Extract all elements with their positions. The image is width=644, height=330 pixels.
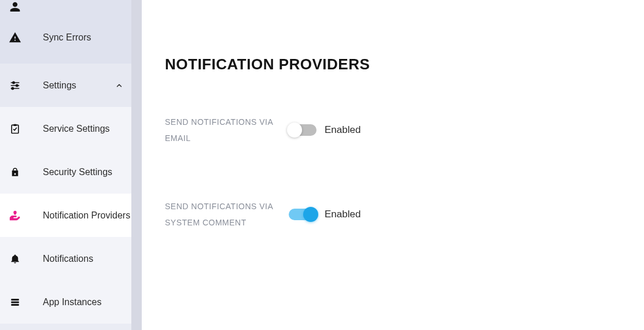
- svg-rect-10: [11, 304, 19, 306]
- toggle-system-comment-notifications[interactable]: [289, 209, 317, 220]
- settings-list: Send notifications via email Enabled Sen…: [165, 114, 621, 231]
- svg-rect-9: [11, 301, 19, 303]
- svg-rect-8: [11, 299, 19, 301]
- svg-point-5: [12, 87, 13, 89]
- chevron-up-icon: [115, 81, 123, 90]
- sidebar-item-settings[interactable]: Settings: [0, 64, 142, 107]
- page-title: Notification Providers: [165, 55, 621, 73]
- main-content: Notification Providers Send notification…: [142, 0, 644, 330]
- toggle-knob: [303, 207, 318, 222]
- sidebar-item-label: Service Settings: [43, 124, 110, 134]
- setting-row-email: Send notifications via email Enabled: [165, 114, 621, 146]
- sidebar-item-notification-providers[interactable]: Notification Providers: [0, 194, 142, 237]
- svg-point-1: [13, 81, 14, 83]
- sidebar-item-label: Settings: [43, 80, 76, 91]
- hand-holding-icon: [8, 209, 22, 223]
- sidebar-item-service-settings[interactable]: Service Settings: [0, 107, 142, 150]
- sidebar: Users Mapping Sync Errors Settings Servi…: [0, 0, 142, 330]
- toggle-status-label: Enabled: [325, 124, 360, 136]
- warning-icon: [8, 31, 22, 45]
- toggle-email-notifications[interactable]: [289, 124, 317, 136]
- sidebar-item-app-instances[interactable]: App Instances: [0, 280, 142, 324]
- sliders-icon: [8, 79, 22, 92]
- svg-rect-7: [14, 124, 17, 125]
- svg-point-3: [16, 84, 18, 86]
- server-icon: [8, 295, 22, 309]
- scrollbar-thumb[interactable]: [131, 0, 142, 330]
- setting-row-system-comment: Send notifications via system comment En…: [165, 198, 621, 231]
- setting-label: Send notifications via email: [165, 114, 281, 146]
- sidebar-item-notifications[interactable]: Notifications: [0, 237, 142, 280]
- toggle-knob: [287, 123, 302, 138]
- user-icon: [8, 0, 22, 12]
- sidebar-item-security-settings[interactable]: Security Settings: [0, 150, 142, 194]
- sidebar-item-users-mapping[interactable]: Users Mapping: [0, 0, 142, 12]
- sidebar-item-label: Security Settings: [43, 167, 112, 177]
- sidebar-item-label: Notification Providers: [43, 210, 130, 221]
- sidebar-item-label: Notifications: [43, 254, 93, 264]
- lock-icon: [8, 165, 22, 179]
- bell-icon: [8, 252, 22, 266]
- setting-label: Send notifications via system comment: [165, 198, 281, 231]
- sidebar-item-sync-errors[interactable]: Sync Errors: [0, 12, 142, 64]
- clipboard-check-icon: [8, 122, 22, 136]
- sidebar-item-label: App Instances: [43, 297, 101, 307]
- toggle-status-label: Enabled: [325, 209, 360, 220]
- sidebar-item-label: Sync Errors: [43, 32, 91, 43]
